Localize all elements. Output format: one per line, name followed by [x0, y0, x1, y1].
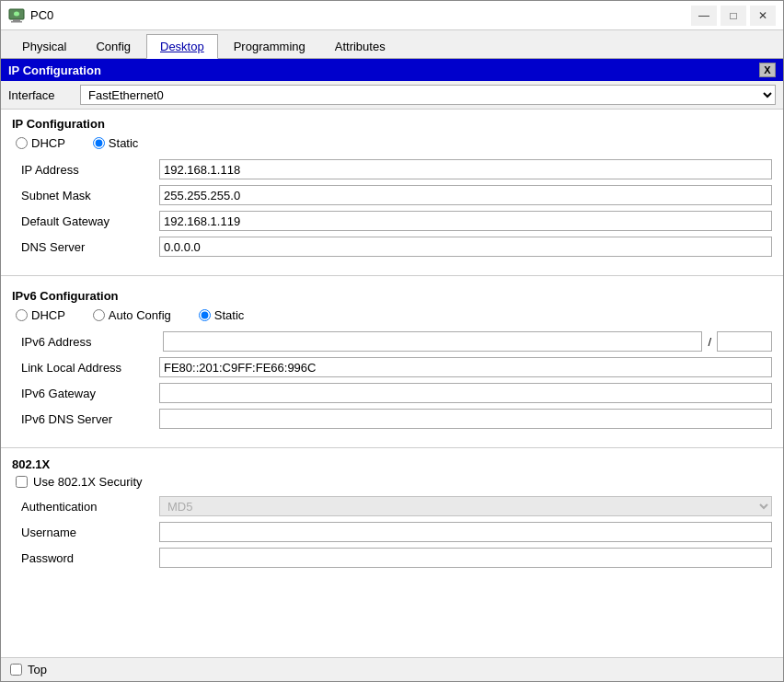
- ip-address-input[interactable]: [159, 159, 772, 179]
- password-row: Password: [12, 548, 772, 568]
- svg-rect-2: [11, 21, 22, 23]
- auth-row: Authentication MD5: [12, 496, 772, 516]
- window-title: PC0: [30, 8, 53, 22]
- link-local-label: Link Local Address: [12, 361, 159, 375]
- subnet-mask-label: Subnet Mask: [12, 189, 159, 202]
- ipv6-address-row: IPv6 Address /: [12, 331, 772, 352]
- svg-point-3: [14, 11, 19, 16]
- default-gateway-label: Default Gateway: [12, 214, 159, 228]
- tab-bar: Physical Config Desktop Programming Attr…: [1, 30, 783, 59]
- ipv4-section: IP Configuration DHCP Static IP Address …: [1, 110, 783, 270]
- bottom-bar: Top: [1, 657, 783, 681]
- ipv6-radio-row: DHCP Auto Config Static: [16, 308, 772, 322]
- title-controls: — □ ✕: [691, 6, 776, 26]
- top-label: Top: [28, 663, 47, 676]
- interface-row: Interface FastEthernet0: [1, 81, 783, 110]
- ipv6-dhcp-radio[interactable]: [16, 309, 28, 321]
- username-row: Username: [12, 522, 772, 542]
- ipv6-dhcp-label: DHCP: [31, 308, 65, 322]
- window-close-button[interactable]: ✕: [750, 6, 776, 26]
- ipv6-static-label: Static: [214, 308, 245, 322]
- username-label: Username: [12, 526, 159, 539]
- ip-address-row: IP Address: [12, 159, 772, 179]
- ipv6-address-label: IPv6 Address: [12, 335, 159, 349]
- ipv6-static-radio[interactable]: [199, 309, 211, 321]
- default-gateway-input[interactable]: [159, 211, 772, 231]
- password-label: Password: [12, 551, 159, 565]
- link-local-row: Link Local Address: [12, 357, 772, 377]
- main-window: PC0 — □ ✕ Physical Config Desktop Progra…: [0, 0, 784, 682]
- svg-rect-1: [13, 19, 20, 21]
- ipv6-dns-row: IPv6 DNS Server: [12, 409, 772, 429]
- dns-server-label: DNS Server: [12, 240, 159, 254]
- ipv6-dns-label: IPv6 DNS Server: [12, 412, 159, 426]
- ipv6-prefix-input[interactable]: [717, 331, 772, 352]
- title-bar-left: PC0: [8, 7, 53, 24]
- ipv6-dns-input[interactable]: [159, 409, 772, 429]
- username-input[interactable]: [159, 522, 772, 542]
- maximize-button[interactable]: □: [721, 6, 746, 26]
- ip-address-label: IP Address: [12, 163, 159, 177]
- dns-server-input[interactable]: [159, 237, 772, 257]
- ip-config-title: IP Configuration: [8, 64, 101, 77]
- dot1x-checkbox-row: Use 802.1X Security: [16, 475, 772, 489]
- content-area: IP Configuration X Interface FastEtherne…: [1, 59, 783, 657]
- dns-server-row: DNS Server: [12, 237, 772, 257]
- interface-label: Interface: [8, 88, 73, 102]
- auth-select[interactable]: MD5: [159, 496, 772, 516]
- subnet-mask-input[interactable]: [159, 185, 772, 205]
- ipv6-autoconfig-radio-label[interactable]: Auto Config: [93, 308, 171, 322]
- minimize-button[interactable]: —: [691, 6, 717, 26]
- dhcp-radio-label[interactable]: DHCP: [16, 136, 65, 150]
- tab-config[interactable]: Config: [82, 34, 144, 58]
- dot1x-checkbox[interactable]: [16, 476, 28, 488]
- ipv6-gateway-label: IPv6 Gateway: [12, 387, 159, 400]
- subnet-mask-row: Subnet Mask: [12, 185, 772, 205]
- title-bar: PC0 — □ ✕: [1, 1, 783, 30]
- ipv6-slash: /: [706, 335, 713, 349]
- ipv6-gateway-input[interactable]: [159, 383, 772, 403]
- password-input[interactable]: [159, 548, 772, 568]
- static-label: Static: [109, 136, 139, 150]
- static-radio[interactable]: [93, 137, 105, 149]
- static-radio-label[interactable]: Static: [93, 136, 139, 150]
- tab-physical[interactable]: Physical: [8, 34, 80, 58]
- ip-config-header: IP Configuration X: [1, 59, 783, 81]
- ipv6-section-title: IPv6 Configuration: [12, 289, 772, 303]
- dot1x-section: 802.1X Use 802.1X Security Authenticatio…: [1, 454, 783, 581]
- tab-desktop[interactable]: Desktop: [146, 34, 218, 59]
- dhcp-label: DHCP: [31, 136, 65, 150]
- section-divider-2: [1, 447, 783, 448]
- section-divider-1: [1, 275, 783, 276]
- ipv4-radio-row: DHCP Static: [16, 136, 772, 150]
- dot1x-checkbox-label: Use 802.1X Security: [33, 475, 143, 489]
- link-local-input[interactable]: [159, 357, 772, 377]
- dhcp-radio[interactable]: [16, 137, 28, 149]
- ipv6-static-radio-label[interactable]: Static: [199, 308, 245, 322]
- dot1x-section-title: 802.1X: [12, 457, 772, 471]
- tab-programming[interactable]: Programming: [220, 34, 319, 58]
- ip-config-close-button[interactable]: X: [759, 63, 776, 77]
- interface-select[interactable]: FastEthernet0: [80, 85, 776, 105]
- default-gateway-row: Default Gateway: [12, 211, 772, 231]
- ipv6-address-input[interactable]: [163, 331, 702, 352]
- ipv6-section: IPv6 Configuration DHCP Auto Config Stat…: [1, 282, 783, 442]
- auth-label: Authentication: [12, 500, 159, 514]
- tab-attributes[interactable]: Attributes: [321, 34, 399, 58]
- ipv6-autoconfig-radio[interactable]: [93, 309, 105, 321]
- ipv6-autoconfig-label: Auto Config: [109, 308, 171, 322]
- app-icon: [8, 7, 25, 24]
- top-checkbox[interactable]: [10, 664, 22, 676]
- ipv4-section-title: IP Configuration: [12, 117, 772, 131]
- ipv6-dhcp-radio-label[interactable]: DHCP: [16, 308, 65, 322]
- ipv6-gateway-row: IPv6 Gateway: [12, 383, 772, 403]
